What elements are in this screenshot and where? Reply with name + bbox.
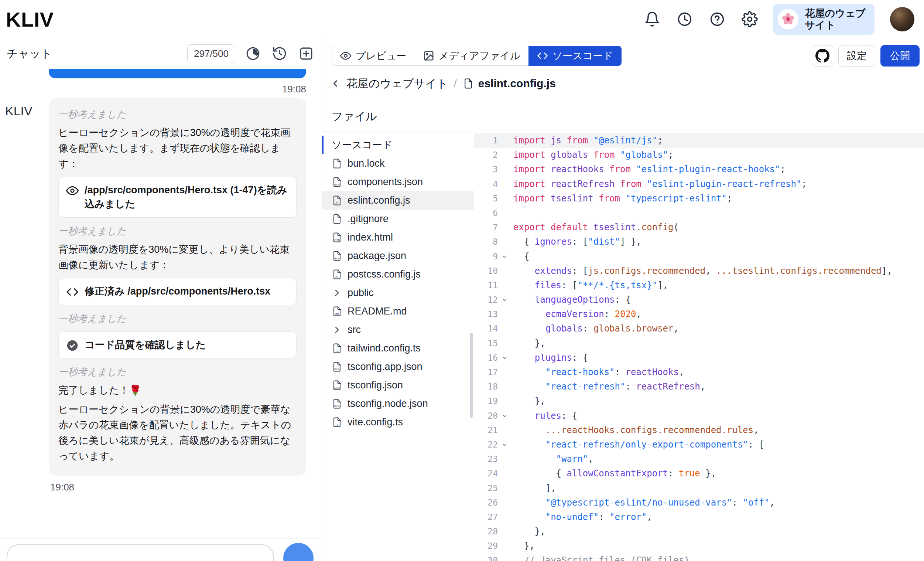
github-button[interactable] — [812, 45, 833, 66]
file-name: .gitignore — [348, 213, 388, 225]
file-icon: JS — [332, 269, 342, 280]
check-circle-icon — [66, 339, 79, 352]
line-number: 7 — [474, 220, 498, 235]
new-chat-button[interactable] — [297, 45, 315, 62]
plus-square-icon — [298, 46, 314, 61]
code-line: 15 }, — [474, 336, 924, 351]
code-line: 18 "react-refresh": reactRefresh, — [474, 379, 924, 394]
file-item-tsconfig-json[interactable]: JSONtsconfig.json — [322, 376, 474, 394]
tab-media[interactable]: メディアファイル — [415, 46, 529, 66]
file-item-bun-lock[interactable]: bun.lock — [322, 154, 474, 173]
notifications-button[interactable] — [643, 10, 662, 29]
fold-spacer — [498, 191, 511, 206]
chat-message-list: 19:08 KLIV 一秒考えました ヒーローセクションの背景に30%の透明度で… — [0, 69, 322, 538]
project-name: 花屋のウェブ サイト — [805, 8, 866, 32]
message-timestamp: 19:08 — [50, 481, 322, 493]
code-editor[interactable]: 1import js from "@eslint/js";2import glo… — [474, 100, 924, 561]
fold-chevron-icon[interactable] — [498, 409, 511, 423]
line-number: 22 — [474, 438, 498, 452]
file-name: tailwind.config.ts — [348, 343, 421, 354]
user-avatar[interactable] — [890, 7, 914, 32]
tab-source[interactable]: ソースコード — [528, 46, 622, 66]
app-logo[interactable]: KLIV — [6, 8, 54, 32]
help-button[interactable] — [708, 10, 726, 29]
file-item-postcss-config-js[interactable]: JSpostcss.config.js — [322, 265, 474, 283]
file-item-tailwind-config-ts[interactable]: TStailwind.config.ts — [322, 339, 474, 357]
line-number: 3 — [474, 162, 498, 177]
settings-button[interactable]: 設定 — [838, 45, 875, 66]
code-line: 6 — [474, 206, 924, 220]
code-line: 8 { ignores: ["dist"] }, — [474, 235, 924, 249]
file-item-tsconfig-app-json[interactable]: JSONtsconfig.app.json — [322, 357, 474, 376]
line-number: 24 — [474, 466, 498, 481]
fold-spacer — [498, 264, 511, 278]
code-text: plugins: { — [511, 351, 588, 365]
file-item-gitignore[interactable]: .gitignore — [322, 209, 474, 228]
file-name: package.json — [348, 250, 406, 262]
send-button[interactable] — [283, 543, 314, 561]
tab-preview[interactable]: プレビュー — [332, 46, 415, 66]
message-paragraph: ヒーローセクションの背景に30%の透明度で豪華な赤バラの花束画像を配置いたしまし… — [58, 402, 297, 464]
line-number: 20 — [474, 409, 498, 423]
view-toolbar: プレビューメディアファイルソースコード 設定 公開 — [322, 38, 924, 69]
file-item-components-json[interactable]: JSONcomponents.json — [322, 173, 474, 191]
chat-input[interactable] — [7, 544, 274, 561]
file-item-index-html[interactable]: HTMLindex.html — [322, 228, 474, 247]
code-line: 5import tseslint from "typescript-eslint… — [474, 191, 924, 206]
fold-chevron-icon[interactable] — [498, 293, 511, 307]
user-message-bubble-clipped — [49, 69, 306, 78]
bell-icon — [644, 11, 660, 27]
fold-chevron-icon[interactable] — [498, 250, 511, 264]
line-number: 10 — [474, 264, 498, 278]
line-number: 30 — [474, 553, 498, 561]
file-item-[interactable]: ソースコード — [322, 135, 474, 154]
fold-chevron-icon[interactable] — [498, 438, 511, 452]
fold-spacer — [498, 307, 511, 322]
breadcrumb-back-button[interactable] — [328, 77, 342, 90]
breadcrumb-project[interactable]: 花屋のウェブサイト — [346, 76, 448, 91]
usage-button[interactable] — [244, 45, 262, 62]
quality-check-card[interactable]: コード品質を確認しました — [58, 331, 297, 359]
code-line: 21 ...reactHooks.configs.recommended.rul… — [474, 423, 924, 438]
fold-spacer — [498, 365, 511, 379]
code-lines: 1import js from "@eslint/js";2import glo… — [474, 134, 924, 561]
media-icon — [423, 50, 434, 61]
svg-text:JSON: JSON — [333, 183, 340, 186]
read-file-card[interactable]: /app/src/components/Hero.tsx (1-47)を読み込み… — [58, 177, 297, 218]
code-line: 22 "react-refresh/only-export-components… — [474, 438, 924, 452]
file-name: bun.lock — [348, 158, 385, 169]
code-text: { — [511, 250, 529, 264]
project-badge[interactable]: 花屋のウェブ サイト — [773, 4, 874, 35]
line-number: 18 — [474, 379, 498, 394]
breadcrumb-separator: / — [454, 78, 457, 89]
chat-header: チャット 297/500 — [0, 38, 322, 69]
file-item-tsconfig-node-json[interactable]: JSONtsconfig.node.json — [322, 394, 474, 413]
fold-chevron-icon[interactable] — [498, 351, 511, 365]
publish-button[interactable]: 公開 — [880, 45, 920, 66]
file-icon: JSON — [332, 251, 342, 261]
file-panel-scrollbar[interactable] — [470, 332, 473, 418]
file-item-public[interactable]: public — [322, 283, 474, 302]
toolbar-actions: 設定 公開 — [812, 45, 920, 66]
code-text: }, — [511, 336, 546, 351]
project-name-line1: 花屋のウェブ — [805, 8, 866, 19]
file-name: ソースコード — [332, 138, 393, 152]
file-item-vite-config-ts[interactable]: TSvite.config.ts — [322, 413, 474, 431]
settings-top-button[interactable] — [741, 10, 759, 29]
code-line: 29 }, — [474, 539, 924, 553]
file-item-eslint-config-js[interactable]: JSeslint.config.js — [322, 191, 474, 209]
file-icon: TS — [332, 417, 342, 427]
code-text — [511, 206, 513, 220]
line-number: 14 — [474, 322, 498, 336]
history-top-button[interactable] — [675, 10, 694, 29]
fold-spacer — [498, 177, 511, 191]
file-item-package-json[interactable]: JSONpackage.json — [322, 247, 474, 265]
code-line: 3import reactHooks from "eslint-plugin-r… — [474, 162, 924, 177]
fold-spacer — [498, 394, 511, 408]
file-icon — [332, 158, 342, 169]
file-item-src[interactable]: src — [322, 320, 474, 339]
edited-file-card[interactable]: 修正済み /app/src/components/Hero.tsx — [58, 278, 297, 305]
file-item-readme-md[interactable]: MDREADME.md — [322, 302, 474, 320]
chat-history-button[interactable] — [271, 45, 288, 62]
code-text: { ignores: ["dist"] }, — [511, 235, 642, 249]
